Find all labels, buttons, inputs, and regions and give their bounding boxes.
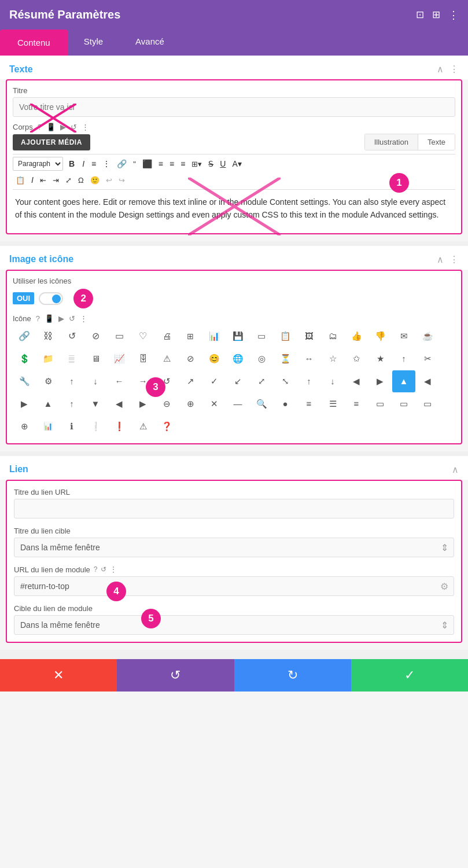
icon-cell[interactable]: ☆: [321, 348, 344, 370]
icon-cell[interactable]: 📈: [108, 348, 131, 370]
redo-button[interactable]: ↻: [234, 659, 351, 692]
icon-cell[interactable]: 🖥: [84, 348, 107, 370]
lien-collapse-icon[interactable]: ∧: [452, 464, 459, 475]
icon-cell[interactable]: ⊞: [179, 325, 202, 347]
icon-cell[interactable]: ❓: [155, 415, 178, 437]
icon-cell[interactable]: ↔: [297, 348, 320, 370]
icon-cell[interactable]: 👍: [345, 325, 368, 347]
icon-cell[interactable]: ◀: [416, 370, 439, 392]
icon-cell[interactable]: ⊘: [179, 348, 202, 370]
icon-cell[interactable]: ⤡: [274, 370, 297, 392]
icon-cell[interactable]: ⊘: [84, 325, 107, 347]
icon-cell[interactable]: ⛓: [36, 325, 60, 347]
url-help-icon[interactable]: ?: [94, 565, 98, 573]
icon-cell[interactable]: ≡: [297, 393, 320, 415]
undo2-btn[interactable]: ↩: [103, 174, 115, 187]
icon-cell[interactable]: 🌐: [226, 348, 249, 370]
icon-cell[interactable]: 🖼: [297, 325, 320, 347]
image-collapse-icon[interactable]: ∧: [437, 254, 444, 265]
cancel-button[interactable]: ✕: [0, 659, 117, 692]
align-right-btn[interactable]: ≡: [167, 157, 177, 171]
icon-cell[interactable]: ⊕: [13, 415, 36, 437]
icon-cell[interactable]: ▲: [36, 393, 60, 415]
undo-button[interactable]: ↺: [117, 659, 234, 692]
save-button[interactable]: ✓: [351, 659, 468, 692]
icon-cell[interactable]: ▭: [250, 325, 273, 347]
icon-cell[interactable]: ↓: [321, 370, 344, 392]
icon-cell[interactable]: 🔗: [13, 325, 36, 347]
icon-cell[interactable]: ✓: [202, 370, 226, 392]
redo2-btn[interactable]: ↪: [116, 174, 128, 187]
icon-cell[interactable]: ↑: [392, 348, 415, 370]
icon-cell[interactable]: ✩: [345, 348, 368, 370]
icon-cell[interactable]: ↙: [226, 370, 249, 392]
table-btn[interactable]: ⊞▾: [189, 157, 205, 171]
titre-cible-select[interactable]: Dans la même fenêtre Nouvelle fenêtre: [14, 538, 454, 557]
icon-cell[interactable]: ▭: [416, 393, 439, 415]
url-more-icon[interactable]: ⋮: [110, 565, 117, 573]
icon-cell[interactable]: 🖨: [155, 325, 178, 347]
icon-cell[interactable]: ❗: [108, 415, 131, 437]
italic2-btn[interactable]: I: [28, 173, 36, 187]
icon-cell[interactable]: ▼: [84, 393, 107, 415]
icon-cell[interactable]: ⚙: [36, 370, 60, 392]
icon-cell[interactable]: 📋: [274, 325, 297, 347]
corps-more-icon[interactable]: ⋮: [82, 123, 89, 131]
icon-cell[interactable]: ↺: [60, 325, 83, 347]
italic-btn[interactable]: I: [79, 157, 88, 171]
icon-cell[interactable]: ▭: [368, 393, 392, 415]
icon-cell[interactable]: ↑: [297, 370, 320, 392]
indent-btn[interactable]: ⇥: [50, 174, 62, 187]
illus-tab[interactable]: Illustration: [365, 134, 418, 150]
icon-cell[interactable]: 🗄: [131, 348, 154, 370]
icon-cell[interactable]: ✉: [392, 325, 415, 347]
icon-cell[interactable]: ✕: [202, 393, 226, 415]
icon-cell[interactable]: 📊: [202, 325, 226, 347]
icon-cell[interactable]: 𝄛: [60, 348, 83, 370]
url-settings-icon[interactable]: ⚙: [440, 580, 448, 591]
icon-cell[interactable]: ★: [368, 348, 392, 370]
paste-btn[interactable]: 📋: [13, 174, 28, 187]
icon-cell[interactable]: 🔍: [250, 393, 273, 415]
justify-btn[interactable]: ≡: [178, 157, 188, 171]
icon-cell[interactable]: ℹ: [60, 415, 83, 437]
blockquote-btn[interactable]: ": [130, 157, 139, 171]
icon-cell[interactable]: 💾: [226, 325, 249, 347]
layout-icon[interactable]: ⊞: [432, 9, 440, 21]
icone-more-icon[interactable]: ⋮: [80, 314, 87, 323]
icon-cell[interactable]: 📁: [36, 348, 60, 370]
titre-input[interactable]: [13, 97, 455, 117]
corps-help-icon[interactable]: ?: [38, 123, 42, 131]
icon-cell[interactable]: 💲: [13, 348, 36, 370]
tab-style[interactable]: Style: [68, 30, 119, 56]
tab-avance[interactable]: Avancé: [119, 30, 180, 56]
icon-cell-selected[interactable]: ▲: [392, 370, 415, 392]
icon-cell[interactable]: ⤢: [250, 370, 273, 392]
texte-collapse-icon[interactable]: ∧: [437, 64, 444, 75]
ol-btn[interactable]: ⋮: [100, 157, 113, 171]
corps-undo-icon[interactable]: ↺: [71, 123, 77, 131]
icon-cell[interactable]: ⏳: [274, 348, 297, 370]
bold-btn[interactable]: B: [65, 157, 78, 171]
icon-cell[interactable]: ◎: [250, 348, 273, 370]
strikethrough-btn[interactable]: S̶: [205, 157, 216, 171]
icon-cell[interactable]: 📊: [36, 415, 60, 437]
icon-cell[interactable]: ⚠: [131, 415, 154, 437]
icon-cell[interactable]: ↑: [60, 393, 83, 415]
icon-cell[interactable]: ✂: [416, 348, 439, 370]
icon-cell[interactable]: ▭: [392, 393, 415, 415]
icon-cell[interactable]: ↑: [60, 370, 83, 392]
add-media-button[interactable]: AJOUTER MÉDIA: [13, 134, 90, 150]
paragraph-select[interactable]: Paragraph: [13, 157, 63, 171]
link-btn[interactable]: 🔗: [114, 157, 130, 171]
align-left-btn[interactable]: ⬛: [139, 157, 155, 171]
icon-cell[interactable]: ⚠: [155, 348, 178, 370]
outdent-btn[interactable]: ⇤: [37, 174, 49, 187]
fullscreen-icon[interactable]: ⊡: [416, 9, 424, 21]
corps-cursor-icon[interactable]: ▶: [60, 123, 66, 131]
icon-cell[interactable]: ◀: [108, 393, 131, 415]
icon-cell[interactable]: 🗂: [321, 325, 344, 347]
icon-cell[interactable]: ←: [108, 370, 131, 392]
icon-cell[interactable]: —: [226, 393, 249, 415]
url-module-input[interactable]: [14, 576, 454, 596]
